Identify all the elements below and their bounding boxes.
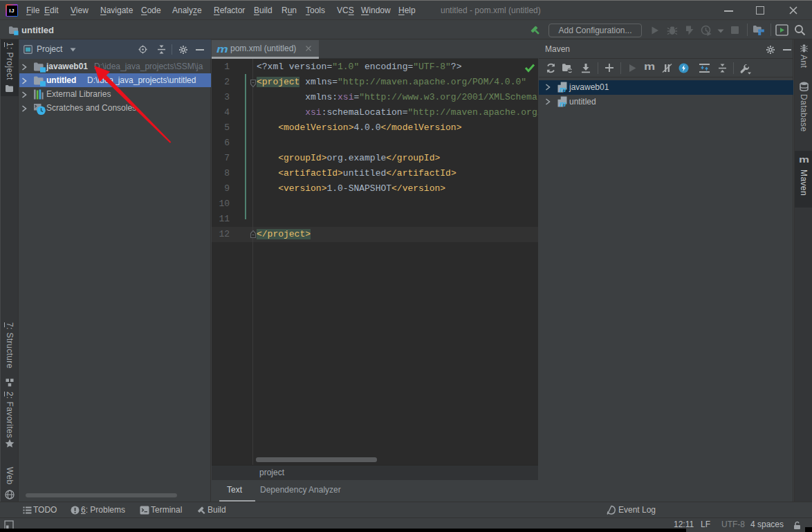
svg-text:m: m [560,100,566,108]
svg-text:m: m [560,85,566,93]
